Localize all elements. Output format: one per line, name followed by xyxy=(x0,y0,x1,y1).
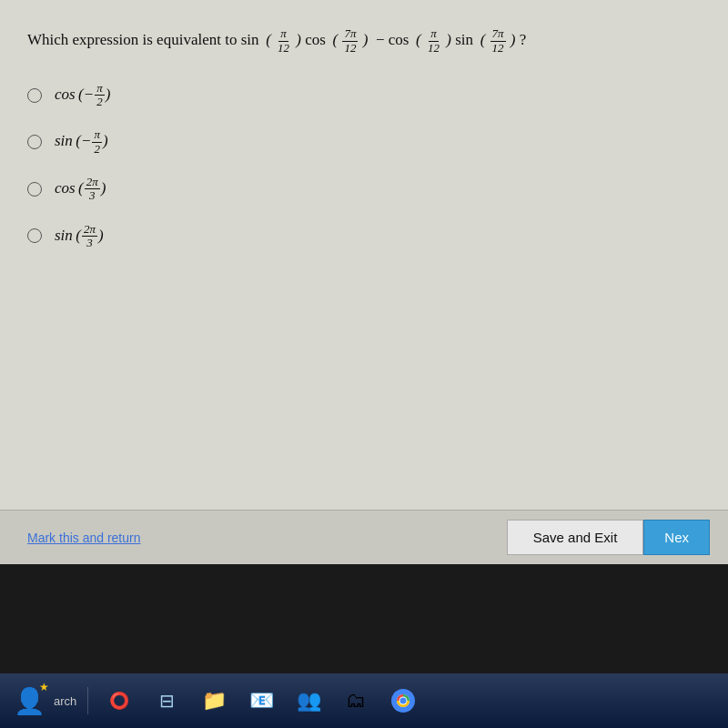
start-button-icon[interactable]: ⭕ xyxy=(99,681,139,721)
option-a[interactable]: cos (−π2) xyxy=(27,82,692,109)
radio-a[interactable] xyxy=(27,88,42,103)
option-d[interactable]: sin (2π3) xyxy=(27,223,692,250)
files-icon[interactable]: 🗂 xyxy=(336,681,376,721)
search-text: arch xyxy=(54,694,76,708)
radio-d[interactable] xyxy=(27,228,42,243)
quiz-container: Which expression is equivalent to sin ( … xyxy=(0,0,728,564)
radio-b[interactable] xyxy=(27,135,42,149)
options-list: cos (−π2) sin (−π2) cos (2π3) xyxy=(27,82,692,249)
teams-icon[interactable]: 👥 xyxy=(288,681,329,721)
task-view-icon[interactable]: ⊟ xyxy=(147,681,187,721)
svg-point-4 xyxy=(400,698,407,704)
question-area: Which expression is equivalent to sin ( … xyxy=(0,0,728,564)
bottom-bar: Mark this and return Save and Exit Nex xyxy=(0,510,728,564)
option-c[interactable]: cos (2π3) xyxy=(27,176,692,203)
chrome-icon[interactable] xyxy=(383,681,423,721)
radio-c[interactable] xyxy=(27,182,42,197)
user-star-icon[interactable]: 👤 ★ xyxy=(9,681,49,721)
mark-return-link[interactable]: Mark this and return xyxy=(27,531,141,545)
taskbar-divider-1 xyxy=(87,687,88,714)
bottom-buttons: Save and Exit Nex xyxy=(507,520,710,555)
next-button[interactable]: Nex xyxy=(643,520,710,555)
taskbar: 👤 ★ arch ⭕ ⊟ 📁 📧 👥 🗂 xyxy=(0,569,728,728)
outlook-icon[interactable]: 📧 xyxy=(241,681,281,721)
folder-icon[interactable]: 📁 xyxy=(194,681,234,721)
taskbar-search[interactable]: 👤 ★ arch xyxy=(9,681,76,721)
option-b[interactable]: sin (−π2) xyxy=(27,128,692,156)
question-text: Which expression is equivalent to sin ( … xyxy=(27,27,692,55)
save-exit-button[interactable]: Save and Exit xyxy=(507,520,644,555)
taskbar-inner: 👤 ★ arch ⭕ ⊟ 📁 📧 👥 🗂 xyxy=(0,673,728,728)
